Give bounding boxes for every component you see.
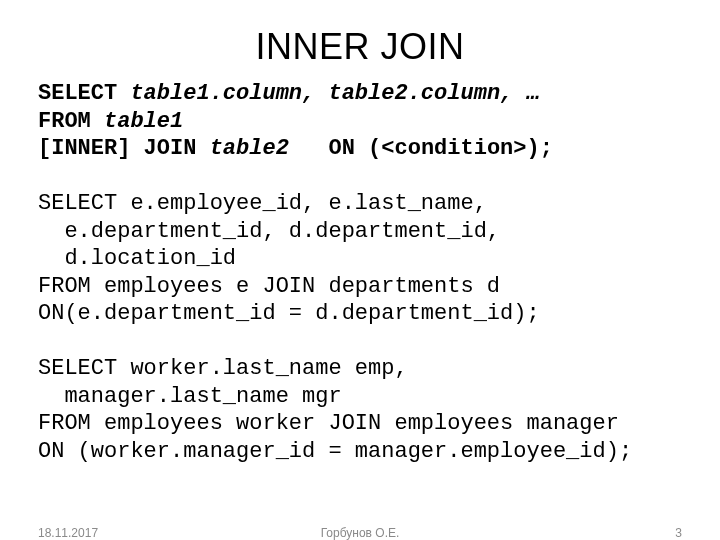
ex2-l2: manager.last_name mgr [38, 384, 342, 409]
syntax-select-cols: table1.column, table2.column, … [130, 81, 539, 106]
ex1-l5: ON(e.department_id = d.department_id); [38, 301, 540, 326]
footer-author: Горбунов О.Е. [321, 526, 400, 540]
slide: INNER JOIN SELECT table1.column, table2.… [0, 0, 720, 540]
code-block: SELECT table1.column, table2.column, … F… [38, 80, 682, 465]
kw-from: FROM [38, 109, 104, 134]
ex2-l1: SELECT worker.last_name emp, [38, 356, 408, 381]
ex1-l4: FROM employees e JOIN departments d [38, 274, 500, 299]
syntax-join-table: table2 [210, 136, 289, 161]
ex1-l1: SELECT e.employee_id, e.last_name, [38, 191, 487, 216]
ex2-l3: FROM employees worker JOIN employees man… [38, 411, 619, 436]
syntax-on-clause: ON (<condition>); [289, 136, 553, 161]
syntax-from-table: table1 [104, 109, 183, 134]
footer-page-number: 3 [675, 526, 682, 540]
ex1-l3: d.location_id [38, 246, 236, 271]
ex1-l2: e.department_id, d.department_id, [38, 219, 500, 244]
ex2-l4: ON (worker.manager_id = manager.employee… [38, 439, 632, 464]
footer-date: 18.11.2017 [38, 526, 98, 540]
kw-select: SELECT [38, 81, 130, 106]
kw-join: [INNER] JOIN [38, 136, 210, 161]
slide-title: INNER JOIN [38, 26, 682, 68]
